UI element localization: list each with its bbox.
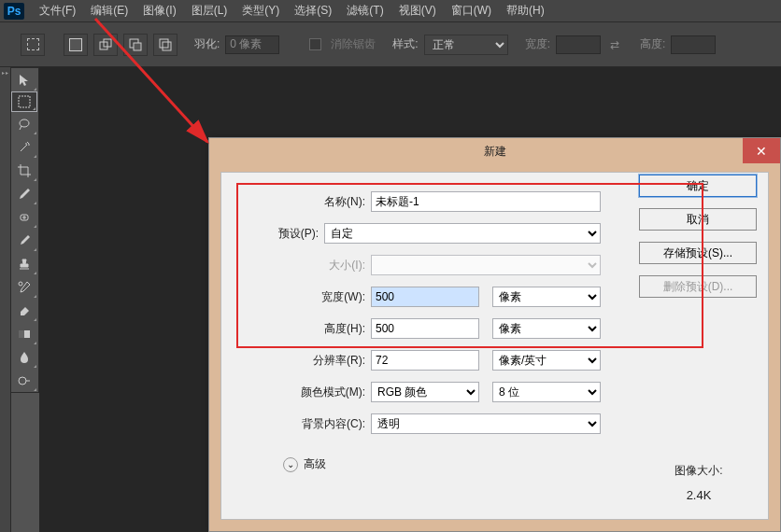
style-label: 样式: bbox=[392, 36, 418, 52]
opt-height-input bbox=[671, 35, 716, 54]
app-logo: Ps bbox=[4, 3, 24, 20]
background-label: 背景内容(C): bbox=[231, 416, 371, 432]
eraser-tool[interactable] bbox=[11, 299, 37, 322]
svg-rect-4 bbox=[160, 39, 168, 48]
blur-tool[interactable] bbox=[11, 345, 37, 369]
brush-tool[interactable] bbox=[11, 229, 37, 252]
svg-point-7 bbox=[20, 119, 29, 127]
menu-filter[interactable]: 滤镜(T) bbox=[339, 0, 390, 21]
width-label: 宽度(W): bbox=[231, 289, 371, 305]
tool-bar bbox=[11, 67, 39, 393]
width-input[interactable] bbox=[371, 287, 479, 307]
style-select[interactable]: 正常 bbox=[424, 35, 508, 55]
gradient-tool[interactable] bbox=[11, 322, 37, 345]
swap-icon: ⇄ bbox=[610, 38, 619, 51]
stamp-tool[interactable] bbox=[11, 252, 37, 275]
opt-height-label: 高度: bbox=[640, 36, 665, 52]
menu-type[interactable]: 类型(Y) bbox=[234, 0, 287, 21]
height-unit-select[interactable]: 像素 bbox=[492, 318, 601, 339]
heal-tool[interactable] bbox=[11, 205, 37, 229]
preset-label: 预设(P): bbox=[231, 226, 324, 242]
panel-strip: ▸▸ bbox=[0, 67, 11, 532]
resolution-label: 分辨率(R): bbox=[231, 353, 371, 369]
menu-layer[interactable]: 图层(L) bbox=[184, 0, 235, 21]
add-selection-icon[interactable] bbox=[93, 34, 118, 56]
save-preset-button[interactable]: 存储预设(S)... bbox=[639, 242, 757, 264]
antialias-label: 消除锯齿 bbox=[331, 36, 376, 52]
height-label: 高度(H): bbox=[231, 321, 371, 337]
menu-view[interactable]: 视图(V) bbox=[391, 0, 444, 21]
menu-file[interactable]: 文件(F) bbox=[32, 0, 83, 21]
svg-rect-6 bbox=[19, 96, 30, 107]
menu-bar: Ps 文件(F) 编辑(E) 图像(I) 图层(L) 类型(Y) 选择(S) 滤… bbox=[0, 0, 781, 22]
bit-depth-select[interactable]: 8 位 bbox=[492, 382, 601, 402]
antialias-checkbox bbox=[309, 38, 321, 50]
close-icon[interactable]: ✕ bbox=[743, 138, 780, 163]
menu-select[interactable]: 选择(S) bbox=[287, 0, 339, 21]
dialog-title: 新建 ✕ bbox=[209, 138, 780, 164]
svg-rect-3 bbox=[134, 43, 141, 50]
name-label: 名称(N): bbox=[231, 194, 371, 210]
delete-preset-button: 删除预设(D)... bbox=[639, 275, 757, 298]
opt-width-label: 宽度: bbox=[525, 36, 550, 52]
resolution-unit-select[interactable]: 像素/英寸 bbox=[492, 350, 601, 371]
background-select[interactable]: 透明 bbox=[371, 413, 601, 434]
name-input[interactable] bbox=[371, 191, 601, 212]
svg-rect-5 bbox=[163, 42, 171, 50]
feather-label: 羽化: bbox=[194, 36, 220, 52]
history-brush-tool[interactable] bbox=[11, 275, 37, 299]
chevron-down-icon: ⌄ bbox=[283, 457, 298, 472]
menu-help[interactable]: 帮助(H) bbox=[499, 0, 552, 21]
preset-select[interactable]: 自定 bbox=[324, 223, 601, 244]
svg-point-9 bbox=[19, 282, 22, 286]
size-label: 大小(I): bbox=[231, 258, 371, 273]
options-bar: 羽化: 消除锯齿 样式: 正常 宽度: ⇄ 高度: bbox=[0, 22, 781, 67]
menu-image[interactable]: 图像(I) bbox=[135, 0, 183, 21]
lasso-tool[interactable] bbox=[11, 112, 37, 135]
svg-point-12 bbox=[19, 377, 26, 385]
image-size-display: 图像大小: 2.4K bbox=[639, 463, 759, 502]
menu-window[interactable]: 窗口(W) bbox=[444, 0, 499, 21]
move-tool[interactable] bbox=[11, 68, 37, 91]
marquee-tool[interactable] bbox=[11, 91, 37, 112]
dodge-tool[interactable] bbox=[11, 369, 37, 392]
wand-tool[interactable] bbox=[11, 135, 37, 159]
svg-rect-11 bbox=[19, 330, 24, 338]
tool-preset-picker[interactable] bbox=[21, 34, 45, 56]
color-mode-label: 颜色模式(M): bbox=[231, 385, 371, 400]
crop-tool[interactable] bbox=[11, 159, 37, 182]
intersect-selection-icon[interactable] bbox=[153, 34, 178, 56]
subtract-selection-icon[interactable] bbox=[123, 34, 148, 56]
feather-input[interactable] bbox=[225, 35, 279, 54]
dialog-body: 名称(N): 预设(P): 自定 大小(I): 宽度(W): 像素 高度(H):… bbox=[220, 172, 769, 520]
ok-button[interactable]: 确定 bbox=[639, 175, 757, 197]
color-mode-select[interactable]: RGB 颜色 bbox=[371, 382, 479, 402]
size-select bbox=[371, 255, 601, 275]
menu-edit[interactable]: 编辑(E) bbox=[83, 0, 135, 21]
new-document-dialog: 新建 ✕ 名称(N): 预设(P): 自定 大小(I): 宽度(W): 像素 高… bbox=[208, 137, 781, 532]
cancel-button[interactable]: 取消 bbox=[639, 208, 757, 231]
new-selection-icon[interactable] bbox=[64, 34, 88, 56]
height-input[interactable] bbox=[371, 318, 479, 339]
opt-width-input bbox=[556, 35, 601, 54]
eyedropper-tool[interactable] bbox=[11, 182, 37, 205]
width-unit-select[interactable]: 像素 bbox=[492, 287, 601, 307]
resolution-input[interactable] bbox=[371, 350, 479, 371]
